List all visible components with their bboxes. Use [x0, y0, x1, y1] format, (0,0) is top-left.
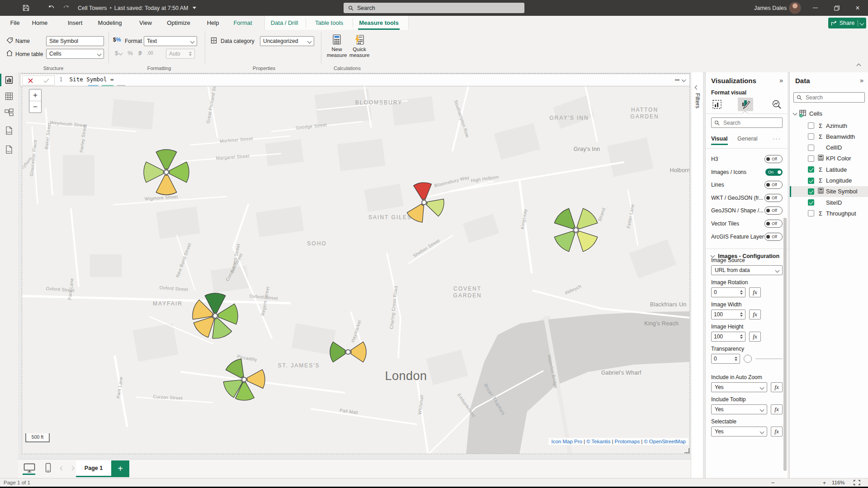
fx-conditional-formatting-button[interactable]: fx — [749, 332, 761, 342]
site-center[interactable] — [164, 170, 169, 174]
toggle-switch[interactable]: Off — [764, 155, 783, 163]
spinner-input[interactable]: 0 — [711, 287, 745, 297]
formula-text[interactable]: 1 Site Symbol = — [59, 76, 113, 83]
format-visual-tab[interactable] — [738, 98, 753, 111]
formula-bar-expand-icon[interactable] — [682, 78, 686, 82]
toggle-switch[interactable]: Off — [764, 181, 783, 189]
field-row-latitude[interactable]: ΣLatitude — [790, 164, 868, 175]
close-button[interactable]: × — [852, 0, 863, 16]
visual-resize-handle[interactable] — [684, 448, 689, 453]
collapse-ribbon-icon[interactable] — [857, 64, 861, 68]
measure-name-input[interactable]: Site Symbol — [46, 36, 104, 46]
fit-to-page-icon[interactable] — [854, 480, 860, 485]
menu-tab-file[interactable]: File — [7, 16, 23, 30]
site-center[interactable] — [242, 377, 246, 382]
viz-pane-scrollbar[interactable] — [783, 218, 787, 471]
build-visual-tab[interactable] — [709, 98, 725, 111]
menu-tab-format[interactable]: Format — [231, 16, 254, 30]
filters-pane-collapsed[interactable]: Filters — [691, 72, 703, 478]
home-table-select[interactable]: Cells — [46, 49, 104, 59]
site-center[interactable] — [346, 350, 350, 354]
field-row-azimuth[interactable]: ΣAzimuth — [790, 120, 868, 131]
fx-conditional-formatting-button[interactable]: fx — [749, 310, 761, 319]
field-row-kpi-color[interactable]: KPI Color — [790, 153, 868, 164]
next-page-button[interactable] — [70, 466, 75, 471]
site-center[interactable] — [422, 200, 426, 205]
toggle-switch[interactable]: Off — [764, 194, 783, 202]
slider-track[interactable] — [755, 358, 783, 359]
data-search-input[interactable] — [805, 94, 856, 101]
format-search-input[interactable] — [722, 119, 774, 127]
toggle-switch[interactable]: On — [765, 169, 783, 176]
collapse-visualizations-icon[interactable]: » — [779, 77, 783, 84]
field-row-longitude[interactable]: ΣLongitude — [790, 175, 868, 186]
map-zoom-out-button[interactable]: − — [29, 101, 41, 113]
field-checkbox[interactable] — [808, 178, 814, 184]
data-search-box[interactable] — [793, 92, 865, 103]
model-view-button[interactable] — [0, 106, 18, 119]
select-input[interactable]: URL from data — [711, 265, 783, 275]
map-zoom-in-button[interactable]: + — [29, 89, 41, 101]
menu-tab-help[interactable]: Help — [205, 16, 221, 30]
cancel-formula-icon[interactable] — [28, 78, 33, 83]
field-row-throughput[interactable]: ΣThroughput — [790, 208, 868, 219]
new-measure-button[interactable]: Newmeasure — [326, 34, 347, 58]
collapse-data-pane-icon[interactable]: » — [860, 77, 863, 84]
document-title[interactable]: Cell Towers • Last saved: Today at 7:50 … — [78, 0, 196, 16]
field-checkbox[interactable] — [808, 210, 814, 216]
icon-map-visual[interactable]: BLOOMSBURYGRAY'S INNHATTONGARDENSAINT GI… — [22, 73, 690, 454]
report-view-button[interactable] — [0, 73, 18, 87]
select-input[interactable]: Yes — [711, 382, 767, 392]
table-expand-chevron[interactable] — [793, 111, 797, 115]
spinner-input[interactable]: 100 — [711, 310, 745, 319]
minimize-button[interactable] — [809, 0, 821, 16]
field-row-site-symbol[interactable]: Site Symbol — [790, 186, 868, 197]
field-checkbox[interactable] — [808, 122, 814, 129]
field-checkbox[interactable] — [808, 188, 814, 195]
attribution-link[interactable]: © Tekantis — [586, 439, 611, 444]
menu-tab-optimize[interactable]: Optimize — [165, 16, 192, 30]
commit-formula-icon[interactable] — [43, 78, 49, 83]
number-format-buttons[interactable]: $%9.00 — [115, 50, 153, 56]
previous-page-button[interactable] — [60, 466, 65, 471]
field-checkbox[interactable] — [808, 166, 814, 173]
select-input[interactable]: Yes — [711, 404, 767, 414]
site-center[interactable] — [213, 314, 217, 318]
zoom-out-icon[interactable]: − — [771, 479, 775, 486]
account-name[interactable]: James Dales — [754, 0, 787, 16]
format-select[interactable]: Text — [144, 36, 197, 46]
table-cells-node[interactable]: Cells — [793, 109, 822, 117]
redo-icon[interactable] — [62, 0, 70, 16]
avatar[interactable] — [789, 2, 801, 14]
attribution-link[interactable]: © OpenStreetMap — [644, 439, 686, 444]
toggle-switch[interactable]: Off — [764, 220, 783, 228]
attribution-link[interactable]: Protomaps — [615, 439, 640, 444]
save-icon[interactable] — [23, 0, 29, 16]
menu-tab-home[interactable]: Home — [30, 16, 50, 30]
page-tab[interactable]: Page 1 — [76, 460, 111, 477]
field-row-cellid[interactable]: CellID — [790, 142, 868, 153]
format-search-box[interactable] — [711, 117, 783, 128]
mobile-layout-icon[interactable] — [45, 463, 51, 473]
menu-tab-modeling[interactable]: Modeling — [96, 16, 124, 30]
quick-measure-button[interactable]: Quickmeasure — [349, 34, 370, 58]
spinner-input[interactable]: 100 — [711, 332, 745, 342]
expand-filters-icon[interactable] — [695, 85, 699, 90]
undo-icon[interactable] — [48, 0, 55, 16]
menu-tab-insert[interactable]: Insert — [66, 16, 84, 30]
fx-conditional-formatting-button[interactable]: fx — [771, 382, 783, 392]
dax-formula-bar[interactable]: 1 Site Symbol = — [20, 74, 690, 86]
desktop-layout-icon[interactable] — [24, 463, 35, 473]
fx-conditional-formatting-button[interactable]: fx — [749, 287, 761, 297]
menu-tab-table-tools[interactable]: Table tools — [312, 16, 346, 30]
toggle-switch[interactable]: Off — [764, 206, 783, 215]
slider-knob[interactable] — [744, 355, 752, 363]
menu-tab-measure-tools[interactable]: Measure tools — [358, 16, 400, 30]
more-options-icon[interactable]: ··· — [773, 136, 781, 142]
restore-button[interactable] — [831, 0, 843, 16]
attribution-link[interactable]: Icon Map Pro — [551, 439, 582, 444]
tmdl-view-button[interactable]: TMDL — [0, 143, 18, 156]
formula-bar-collapse-icon[interactable] — [675, 80, 679, 80]
fx-conditional-formatting-button[interactable]: fx — [771, 427, 783, 436]
tab-visual[interactable]: Visual — [711, 136, 728, 145]
